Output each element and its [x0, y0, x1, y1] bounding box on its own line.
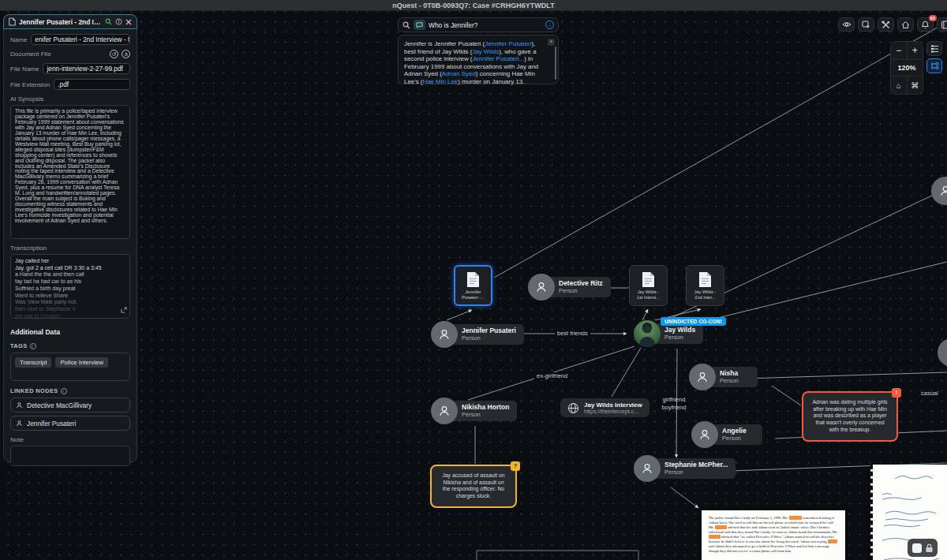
tag-chip[interactable]: Police Interview: [55, 357, 108, 368]
node-jay-wilds-person[interactable]: UNINDICTED CO-CON! Jay WildsPerson: [634, 320, 703, 347]
layout-mode-buttons: [926, 41, 942, 73]
document-detail-panel: Jennifer Pusateri - 2nd Intervie... Name…: [3, 14, 137, 462]
graph-canvas[interactable]: best friends ex-girlfriend girlfriend bo…: [0, 11, 947, 560]
home-icon: [901, 21, 910, 29]
close-icon[interactable]: ×: [548, 39, 555, 46]
lock-icon: [925, 543, 934, 553]
zoom-out-button[interactable]: −: [891, 42, 907, 59]
file-extension-label: File Extension: [10, 81, 50, 88]
search-icon: [402, 21, 410, 29]
canvas-toolbar: 91: [838, 17, 947, 32]
transcription-label: Transcription: [4, 239, 137, 252]
notebook-icon: [941, 21, 947, 29]
ai-answer-panel: Jennifer is Jennifer Pusateri (Jennifer …: [398, 35, 559, 84]
note-input[interactable]: [10, 446, 130, 466]
edge-label-casual: casual: [919, 390, 941, 398]
edge-label-girlfriend-boyfriend: girlfriend boyfriend: [657, 396, 691, 411]
file-name-label: File Name: [10, 65, 39, 73]
node-angelie[interactable]: AngeliePerson: [691, 421, 762, 448]
search-node-icon[interactable]: [105, 18, 112, 25]
scanned-police-report-page[interactable]: The police found Hae's body on February …: [702, 510, 845, 560]
tags-box[interactable]: Transcript Police Interview: [10, 353, 130, 381]
person-avatar-icon: [431, 398, 458, 424]
zoom-level[interactable]: 120%: [891, 59, 923, 77]
ai-synopsis-label: AI Synopsis: [4, 90, 137, 103]
info-icon[interactable]: i: [30, 343, 36, 349]
rows-layout-button[interactable]: [926, 41, 942, 56]
info-icon[interactable]: i: [61, 388, 67, 394]
node-partial-person-bottom[interactable]: [938, 338, 947, 367]
person-avatar-icon: [691, 421, 718, 448]
eye-icon: [842, 21, 852, 28]
linked-node-jennifer-pusateri[interactable]: Jennifer Pusateri: [10, 416, 130, 431]
node-jay-wilds-1st-interview-document[interactable]: Jay Wilds -1st Intervi...: [629, 265, 668, 306]
fit-home-button[interactable]: ⌂: [891, 77, 907, 94]
ask-search-bar[interactable]: Who is Jennifer? →: [398, 17, 559, 32]
send-icon[interactable]: →: [545, 21, 554, 29]
bell-icon: [921, 21, 930, 29]
node-detective-ritz[interactable]: Detective RitzPerson: [528, 274, 611, 301]
node-stephanie-mcpherson[interactable]: Stephanie McPher...Person: [634, 455, 736, 482]
tags-label: TAGS: [10, 342, 28, 349]
chat-mode-icon[interactable]: [414, 20, 425, 30]
additional-data-title: Additional Data: [4, 319, 137, 336]
person-avatar-icon: [689, 364, 716, 390]
user-file-icon[interactable]: [122, 50, 130, 58]
panel-header: Jennifer Pusateri - 2nd Intervie...: [3, 14, 137, 29]
home-view-button[interactable]: [897, 17, 914, 32]
file-name-input[interactable]: jenn-interview-2-27-99.pdf: [43, 63, 130, 74]
linked-node-detective-macgillivary[interactable]: Detective MacGillivary: [10, 398, 130, 413]
select-area-icon: [862, 21, 870, 29]
notebook-button[interactable]: [937, 17, 947, 32]
notification-count-badge: 91: [929, 15, 937, 21]
tag-chip[interactable]: Transcript: [15, 357, 51, 368]
stop-icon: [912, 543, 922, 553]
note-label: Note: [4, 431, 137, 443]
status-badge: UNINDICTED CO-CON!: [661, 317, 726, 326]
person-icon: [16, 401, 23, 409]
document-icon: [642, 271, 655, 288]
watch-button[interactable]: [838, 17, 855, 32]
node-nisha[interactable]: NishaPerson: [689, 364, 758, 390]
select-area-button[interactable]: [858, 17, 874, 32]
node-jennifer-pusateri-document[interactable]: JenniferPusateri -...: [454, 265, 492, 306]
hierarchy-layout-button[interactable]: [926, 58, 942, 73]
name-label: Name: [10, 36, 27, 43]
person-avatar-icon: [634, 455, 661, 482]
person-icon: [16, 420, 23, 427]
info-icon[interactable]: [115, 18, 122, 25]
note-adnan-dating[interactable]: ! Adnan was dating multiple girls after …: [802, 391, 898, 442]
zoom-in-button[interactable]: +: [907, 42, 923, 59]
tools-button[interactable]: [878, 17, 894, 32]
notifications-button[interactable]: 91: [917, 17, 934, 32]
node-jennifer-pusateri-person[interactable]: Jennifer PusateriPerson: [431, 321, 524, 348]
document-file-label: Document File: [10, 50, 51, 58]
transcription-text[interactable]: Jay called her Jay. got 2 a cell call DR…: [10, 254, 130, 319]
person-avatar-icon: [431, 321, 458, 348]
node-jay-wilds-interview-link[interactable]: Jay Wilds Interview https://theintercept…: [560, 398, 649, 417]
shortcuts-button[interactable]: ⌘: [907, 77, 923, 94]
name-input[interactable]: enifer Pusateri - 2nd Interview - 022799: [31, 34, 130, 45]
answer-text: Jennifer is Jennifer Pusateri (Jennifer …: [404, 40, 538, 85]
search-query[interactable]: Who is Jennifer?: [429, 21, 542, 29]
lock-overlay[interactable]: [908, 539, 938, 557]
edge-label-best-friends: best friends: [555, 330, 590, 337]
zoom-panel: − + 120% ⌂ ⌘: [890, 41, 923, 95]
hierarchy-icon: [930, 62, 939, 70]
rows-icon: [930, 45, 939, 53]
node-nikisha-horton[interactable]: Nikisha HortonPerson: [431, 398, 517, 424]
replace-file-icon[interactable]: ↺: [110, 50, 118, 58]
expand-icon[interactable]: [121, 307, 127, 315]
close-icon[interactable]: [125, 19, 132, 25]
window-title: nQuest - 0T0B-0093Q7: Case #CRHGH6YTWDLT: [0, 0, 947, 11]
node-jay-wilds-2nd-interview-document[interactable]: Jay Wilds -2nd Inter...: [686, 265, 724, 306]
file-extension-input[interactable]: .pdf: [54, 79, 130, 90]
alert-badge: !: [892, 388, 901, 398]
scrollbar[interactable]: [555, 47, 556, 80]
note-jay-assault[interactable]: ? Jay accused of assault on Nikisha and …: [430, 465, 517, 508]
node-partial-person-top[interactable]: [931, 177, 947, 205]
ai-synopsis-text[interactable]: This file is primarily a police/taped in…: [10, 105, 130, 239]
edge-label-ex-girlfriend: ex-girlfriend: [534, 372, 570, 379]
linked-nodes-label: LINKED NODES: [10, 387, 58, 394]
question-badge: ?: [511, 461, 520, 471]
